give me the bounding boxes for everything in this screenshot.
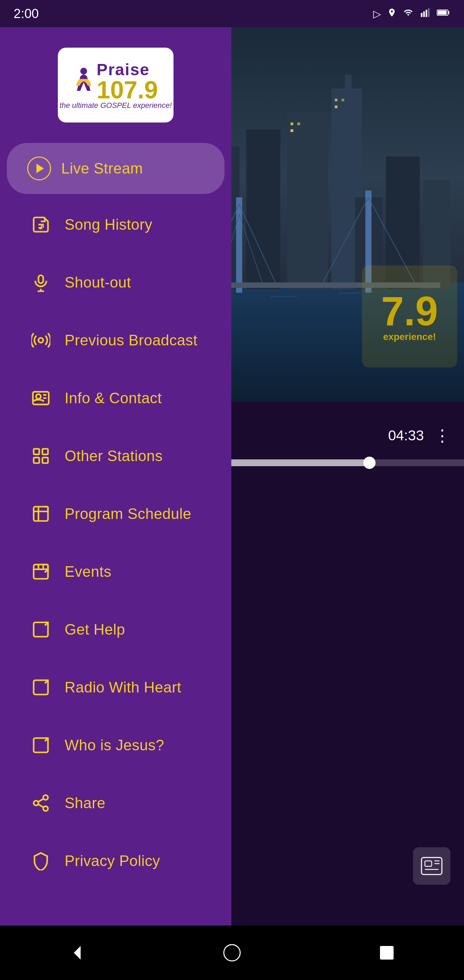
events-label: Events	[65, 563, 111, 580]
sidebar-item-events[interactable]: Events	[7, 544, 224, 599]
svg-rect-51	[43, 449, 48, 454]
song-history-label: Song History	[65, 216, 153, 233]
contact-icon-button[interactable]	[413, 847, 450, 885]
signal-icon	[420, 8, 431, 20]
svg-rect-28	[297, 123, 300, 125]
svg-rect-35	[338, 293, 362, 294]
info-contact-label: Info & Contact	[65, 390, 162, 407]
sidebar-item-radio-with-heart[interactable]: Radio With Heart	[7, 660, 224, 714]
play-status-icon: ▷	[373, 8, 381, 20]
logo-badge: Praise 107.9 the ultimate GOSPEL experie…	[58, 48, 173, 123]
svg-rect-71	[380, 946, 394, 959]
back-button[interactable]	[67, 943, 87, 963]
share-icon	[27, 789, 54, 817]
location-icon	[387, 8, 397, 20]
menu-list: Live Stream Song History	[0, 136, 231, 898]
status-bar: 2:00 ▷	[0, 0, 464, 27]
sidebar-item-info-contact[interactable]: Info & Contact	[7, 371, 224, 425]
previous-broadcast-label: Previous Broadcast	[65, 332, 198, 349]
sidebar-item-previous-broadcast[interactable]: Previous Broadcast	[7, 313, 224, 368]
wifi-icon	[403, 8, 414, 20]
logo-container: Praise 107.9 the ultimate GOSPEL experie…	[0, 27, 231, 136]
svg-rect-27	[291, 123, 293, 125]
contact-card-icon	[420, 856, 443, 876]
logo-figure-icon	[73, 67, 94, 94]
svg-rect-29	[291, 129, 293, 132]
logo-number-text: 107.9	[97, 79, 158, 101]
sidebar-item-who-is-jesus[interactable]: Who is Jesus?	[7, 718, 224, 772]
svg-rect-34	[270, 296, 297, 297]
sidebar-item-shout-out[interactable]: Shout-out	[7, 255, 224, 310]
grid-icon	[27, 442, 54, 469]
more-options-button[interactable]: ⋮	[434, 426, 450, 445]
svg-point-70	[224, 945, 240, 961]
time-display: 04:33	[388, 427, 424, 444]
share-label: Share	[65, 795, 105, 811]
left-drawer: Praise 107.9 the ultimate GOSPEL experie…	[0, 0, 231, 980]
back-icon	[67, 943, 87, 963]
privacy-policy-label: Privacy Policy	[65, 853, 160, 869]
battery-icon	[437, 8, 450, 20]
svg-rect-6	[448, 11, 450, 14]
sidebar-item-song-history[interactable]: Song History	[7, 197, 224, 252]
svg-point-64	[43, 795, 48, 800]
radio-heart-icon	[27, 674, 54, 701]
sidebar-item-program-schedule[interactable]: Program Schedule	[7, 487, 224, 541]
live-stream-label: Live Stream	[61, 160, 143, 177]
program-schedule-label: Program Schedule	[65, 505, 191, 522]
song-history-icon	[27, 211, 54, 238]
sidebar-item-get-help[interactable]: Get Help	[7, 602, 224, 657]
svg-rect-12	[287, 112, 328, 289]
mic-icon	[27, 269, 54, 296]
radio-with-heart-label: Radio With Heart	[65, 679, 181, 696]
get-help-icon	[27, 616, 54, 643]
radio-experience-text: experience!	[383, 331, 436, 342]
svg-rect-30	[335, 99, 337, 102]
svg-rect-31	[342, 99, 344, 102]
svg-rect-2	[426, 10, 427, 17]
progress-dot[interactable]	[363, 457, 375, 469]
program-schedule-icon	[27, 500, 54, 527]
status-icons: ▷	[373, 8, 450, 20]
sidebar-item-privacy-policy[interactable]: Privacy Policy	[7, 834, 224, 888]
svg-rect-1	[423, 11, 425, 17]
broadcast-icon	[27, 327, 54, 354]
events-icon	[27, 558, 54, 585]
svg-point-41	[80, 68, 87, 75]
get-help-label: Get Help	[65, 621, 125, 638]
svg-point-65	[34, 801, 38, 805]
svg-rect-37	[425, 861, 432, 866]
svg-rect-0	[421, 13, 423, 17]
who-is-jesus-icon	[27, 732, 54, 759]
privacy-icon	[27, 847, 54, 875]
logo-tagline-text: the ultimate GOSPEL experience!	[60, 101, 172, 110]
svg-line-67	[38, 804, 43, 808]
svg-point-66	[43, 806, 48, 811]
who-is-jesus-label: Who is Jesus?	[65, 737, 164, 754]
svg-rect-18	[236, 197, 242, 293]
play-circle-icon	[27, 156, 51, 180]
svg-rect-44	[38, 275, 43, 283]
recent-button[interactable]	[377, 943, 397, 963]
sidebar-item-live-stream[interactable]: Live Stream	[7, 143, 224, 194]
home-button[interactable]	[222, 943, 242, 963]
svg-rect-3	[428, 8, 430, 17]
recent-icon	[377, 943, 397, 963]
svg-rect-53	[43, 458, 48, 463]
other-stations-label: Other Stations	[65, 447, 163, 465]
svg-rect-54	[34, 507, 48, 521]
sidebar-item-share[interactable]: Share	[7, 776, 224, 830]
nav-bar	[0, 926, 464, 980]
svg-marker-69	[74, 946, 81, 959]
play-triangle	[37, 164, 44, 173]
svg-rect-14	[345, 75, 352, 92]
svg-rect-52	[34, 458, 39, 463]
svg-rect-32	[335, 105, 337, 108]
svg-point-49	[36, 394, 41, 399]
svg-rect-50	[34, 449, 39, 454]
home-icon	[222, 943, 242, 963]
svg-line-68	[38, 799, 43, 802]
sidebar-item-other-stations[interactable]: Other Stations	[7, 429, 224, 483]
shout-out-label: Shout-out	[65, 274, 131, 291]
svg-point-47	[38, 338, 43, 343]
